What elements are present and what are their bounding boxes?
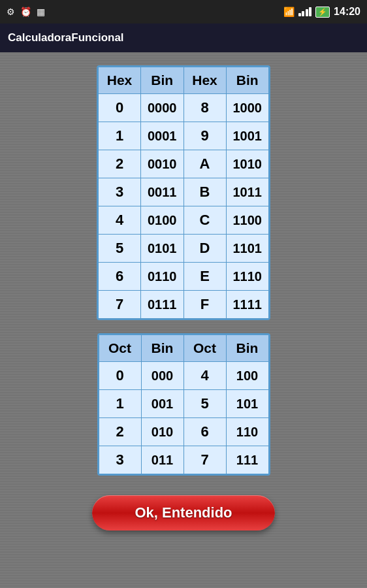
hex-cell: 4 (99, 206, 141, 235)
status-left-icons: ⚙ ⏰ ▦ (7, 7, 45, 17)
bin-cell: 1010 (226, 150, 269, 178)
battery-icon: ⚡ (315, 7, 330, 18)
table-row: 70111F1111 (99, 291, 269, 319)
time-display: 14:20 (334, 6, 360, 18)
bin-col-header-2: Bin (226, 67, 269, 94)
hex-cell: B (184, 178, 226, 206)
hex-cell: F (184, 291, 226, 319)
hex-cell: 6 (99, 263, 141, 291)
app-title: CalculadoraFuncional (8, 31, 124, 44)
oct-cell: 5 (184, 390, 226, 418)
usb-icon: ⚙ (7, 7, 15, 17)
hex-cell: 2 (99, 150, 141, 178)
hex-cell: D (184, 235, 226, 263)
hex-cell: 7 (99, 291, 141, 319)
main-content: Hex Bin Hex Bin 000008100010001910012001… (0, 52, 367, 544)
signal-icon (298, 7, 312, 16)
bin-cell: 1101 (226, 235, 269, 263)
hex-cell: 1 (99, 122, 141, 150)
table-row: 20106110 (99, 418, 268, 446)
hex-cell: 3 (99, 178, 141, 206)
bin-cell: 011 (141, 446, 184, 474)
hex-cell: 8 (184, 94, 226, 122)
bin-cell: 110 (226, 418, 268, 446)
bin-cell: 1000 (226, 94, 269, 122)
bin-col-header-3: Bin (141, 335, 184, 362)
table-row: 00004100 (99, 362, 268, 390)
bin-cell: 1001 (226, 122, 269, 150)
bin-cell: 0000 (141, 94, 184, 122)
bin-cell: 0110 (141, 263, 184, 291)
hex-cell: C (184, 206, 226, 235)
oct-cell: 3 (99, 446, 141, 474)
bin-cell: 1111 (226, 291, 269, 319)
oct-col-header-1: Oct (99, 335, 141, 362)
table-row: 0000081000 (99, 94, 269, 122)
table-row: 30011B1011 (99, 178, 269, 206)
oct-cell: 4 (184, 362, 226, 390)
table-row: 10015101 (99, 390, 268, 418)
bin-cell: 0111 (141, 291, 184, 319)
table-row: 1000191001 (99, 122, 269, 150)
bin-cell: 1100 (226, 206, 269, 235)
oct-cell: 7 (184, 446, 226, 474)
table-row: 30117111 (99, 446, 268, 474)
bin-cell: 000 (141, 362, 184, 390)
bin-cell: 010 (141, 418, 184, 446)
table-row: 50101D1101 (99, 235, 269, 263)
bin-cell: 1011 (226, 178, 269, 206)
bin-cell: 0100 (141, 206, 184, 235)
bin-cell: 001 (141, 390, 184, 418)
table-row: 60110E1110 (99, 263, 269, 291)
oct-cell: 6 (184, 418, 226, 446)
oct-col-header-2: Oct (184, 335, 226, 362)
hex-cell: 9 (184, 122, 226, 150)
bin-cell: 111 (226, 446, 268, 474)
oct-cell: 0 (99, 362, 141, 390)
hex-cell: A (184, 150, 226, 178)
status-right-icons: 📶 ⚡ 14:20 (283, 6, 360, 18)
image-icon: ▦ (37, 7, 45, 17)
bin-cell: 1110 (226, 263, 269, 291)
bin-col-header-1: Bin (141, 67, 184, 94)
bin-cell: 0010 (141, 150, 184, 178)
hex-table-container: Hex Bin Hex Bin 000008100010001910012001… (97, 65, 270, 320)
alarm-icon: ⏰ (20, 7, 31, 17)
bin-cell: 0101 (141, 235, 184, 263)
oct-cell: 1 (99, 390, 141, 418)
ok-button[interactable]: Ok, Entendido (92, 495, 275, 531)
bin-col-header-4: Bin (226, 335, 268, 362)
title-bar: CalculadoraFuncional (0, 24, 367, 52)
hex-col-header-2: Hex (184, 67, 226, 94)
hex-table: Hex Bin Hex Bin 000008100010001910012001… (98, 67, 269, 319)
bin-cell: 0011 (141, 178, 184, 206)
oct-table-container: Oct Bin Oct Bin 000041001001510120106110… (97, 333, 270, 476)
hex-col-header-1: Hex (99, 67, 141, 94)
oct-cell: 2 (99, 418, 141, 446)
oct-table: Oct Bin Oct Bin 000041001001510120106110… (99, 335, 269, 474)
table-row: 40100C1100 (99, 206, 269, 235)
hex-cell: 0 (99, 94, 141, 122)
bin-cell: 100 (226, 362, 268, 390)
bin-cell: 0001 (141, 122, 184, 150)
wifi-icon: 📶 (283, 7, 295, 17)
table-row: 20010A1010 (99, 150, 269, 178)
bin-cell: 101 (226, 390, 268, 418)
status-bar: ⚙ ⏰ ▦ 📶 ⚡ 14:20 (0, 0, 367, 24)
hex-cell: 5 (99, 235, 141, 263)
hex-cell: E (184, 263, 226, 291)
